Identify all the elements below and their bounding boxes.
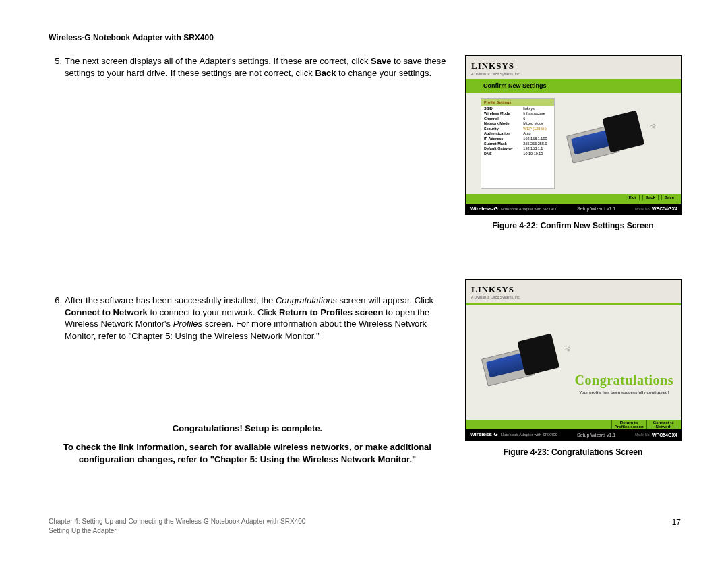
- r3v: Mixed Mode: [520, 121, 554, 126]
- congrats-line2: To check the link information, search fo…: [49, 441, 446, 465]
- step-5: 5. The next screen displays all of the A…: [49, 55, 446, 79]
- page-number: 17: [672, 517, 681, 528]
- r6v: 192.168.1.100: [520, 137, 554, 142]
- s5-post: to change your settings.: [336, 68, 431, 78]
- r9v: 10.10.10.10: [520, 152, 554, 156]
- bar-wg-2: Wireless-G: [470, 431, 498, 439]
- bar-model-2: WPC54GX4: [652, 432, 677, 438]
- step-text-5: The next screen displays all of the Adap…: [65, 55, 446, 79]
- wifi-icon: ༄: [649, 119, 655, 135]
- fig1-save-button[interactable]: Save: [661, 195, 677, 200]
- bar-mid-2: Setup Wizard v1.1: [557, 432, 635, 438]
- r0v: linksys: [520, 106, 554, 111]
- linksys-sub-2: A Division of Cisco Systems, Inc.: [471, 295, 676, 300]
- fig1-exit-button[interactable]: Exit: [626, 195, 640, 200]
- s6-connect: Connect to Network: [65, 307, 148, 317]
- linksys-logo-2: LINKSYS: [471, 284, 676, 296]
- doc-header: Wireless-G Notebook Adapter with SRX400: [49, 32, 681, 43]
- linksys-logo: LINKSYS: [471, 60, 676, 72]
- s6-m2: to connect to your network. Click: [148, 307, 279, 317]
- bar-model: WPC54GX4: [652, 206, 677, 212]
- fig2-connect-button[interactable]: Connect to Network: [650, 420, 677, 429]
- r8k: Default Gateway: [481, 146, 520, 151]
- r5v: Auto: [520, 131, 554, 136]
- bar-mid: Setup Wizard v1.1: [557, 206, 635, 212]
- bar-model-label: Model No.: [635, 207, 650, 212]
- s6-congrats: Congratulations: [276, 295, 337, 305]
- linksys-sub: A Division of Cisco Systems, Inc.: [471, 72, 676, 77]
- figure-1: LINKSYS A Division of Cisco Systems, Inc…: [465, 55, 681, 231]
- r2v: 6: [520, 117, 554, 121]
- adapter-illustration: ༄: [555, 93, 681, 194]
- r4k: Security: [481, 127, 520, 131]
- r5k: Authentication: [481, 131, 520, 136]
- figure-2: LINKSYS A Division of Cisco Systems, Inc…: [465, 279, 681, 458]
- figure-1-caption: Figure 4-22: Confirm New Settings Screen: [465, 220, 681, 231]
- bar-model-label-2: Model No.: [635, 433, 650, 437]
- s5-pre: The next screen displays all of the Adap…: [65, 56, 371, 66]
- r1v: Infrastructure: [520, 111, 554, 116]
- step-num-5: 5.: [49, 55, 62, 79]
- bar-wg: Wireless-G: [470, 206, 498, 213]
- congrats-small: Your profile has been successfully confi…: [575, 389, 673, 395]
- s6-pre: After the software has been successfully…: [65, 295, 276, 305]
- s5-save: Save: [371, 56, 391, 66]
- figure-2-caption: Figure 4-23: Congratulations Screen: [465, 447, 681, 458]
- r8v: 192.168.1.1: [520, 146, 554, 151]
- footer-line2: Setting Up the Adapter: [49, 526, 681, 536]
- congrats-big: Congratulations: [575, 371, 673, 389]
- bar-desc: Notebook Adapter with SRX400: [501, 206, 557, 212]
- s6-m1: screen will appear. Click: [337, 295, 433, 305]
- bar-desc-2: Notebook Adapter with SRX400: [501, 432, 557, 437]
- s6-return: Return to Profiles screen: [279, 307, 384, 317]
- fig1-title-band: Confirm New Settings: [466, 79, 681, 92]
- step-text-6: After the software has been successfully…: [65, 294, 446, 342]
- r1k: Wireless Mode: [481, 111, 520, 116]
- fig2-return-button[interactable]: Return to Profiles screen: [611, 420, 647, 429]
- footer: Chapter 4: Setting Up and Connecting the…: [49, 517, 681, 535]
- r0k: SSID: [481, 106, 520, 111]
- s5-back: Back: [315, 68, 336, 78]
- wifi-icon-2: ༄: [564, 342, 570, 358]
- r7k: Subnet Mask: [481, 142, 520, 146]
- step-num-6: 6.: [49, 294, 62, 342]
- congrats-line1: Congratulations! Setup is complete.: [49, 423, 446, 435]
- r7v: 255.255.255.0: [520, 142, 554, 146]
- r6k: IP Address: [481, 137, 520, 142]
- profile-settings-head: Profile Settings: [481, 99, 554, 106]
- r2k: Channel: [481, 117, 520, 121]
- r4v: WEP (128-bit): [520, 127, 554, 131]
- r3k: Network Mode: [481, 121, 520, 126]
- congrats-block: Congratulations! Setup is complete. To c…: [49, 423, 446, 465]
- profile-settings-panel: Profile Settings SSIDlinksys Wireless Mo…: [481, 98, 555, 189]
- footer-line1: Chapter 4: Setting Up and Connecting the…: [49, 517, 681, 526]
- r9k: DNS: [481, 152, 520, 156]
- profile-settings-table: SSIDlinksys Wireless ModeInfrastructure …: [481, 106, 554, 156]
- s6-profiles: Profiles: [173, 319, 202, 329]
- step-6: 6. After the software has been successfu…: [49, 294, 446, 342]
- fig1-back-button[interactable]: Back: [642, 195, 659, 200]
